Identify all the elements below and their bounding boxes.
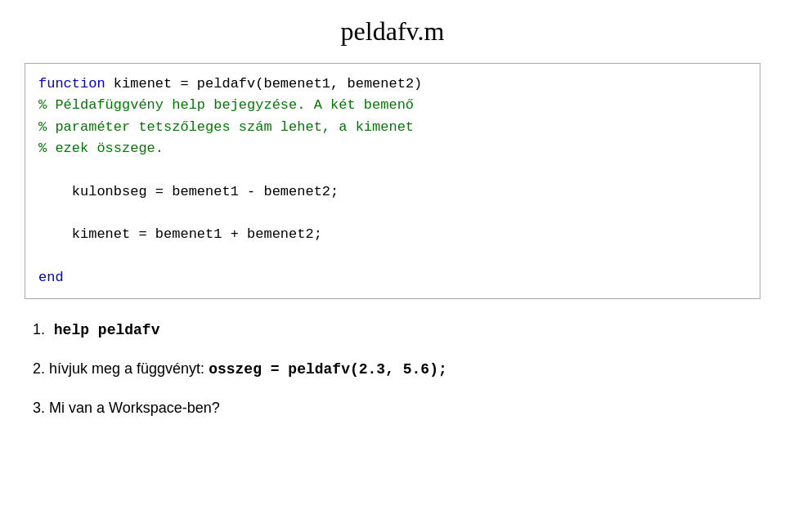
code-line-1-rest: kimenet = peldafv(bemenet1, bemenet2) — [105, 76, 423, 92]
code-line-4: % ezek összege. — [38, 138, 747, 159]
section-3: 3. Mi van a Workspace-ben? — [33, 397, 752, 419]
keyword-function: function — [38, 76, 105, 92]
code-line-6: kulonbseg = bemenet1 - bemenet2; — [38, 181, 747, 203]
section-2-code: osszeg = peldafv(2.3, 5.6); — [209, 361, 447, 378]
section-3-text: Mi van a Workspace-ben? — [45, 400, 220, 416]
section-1-code: help peldafv — [45, 322, 159, 338]
section-3-number: 3. — [33, 400, 45, 416]
code-line-10: end — [38, 267, 747, 288]
code-line-5 — [38, 159, 747, 181]
code-line-8: kimenet = bemenet1 + bemenet2; — [38, 224, 747, 245]
code-line-9 — [38, 246, 747, 267]
section-1: 1. help peldafv — [33, 319, 752, 342]
code-line-7 — [38, 203, 747, 224]
section-2-text: hívjuk meg a függvényt: — [45, 360, 209, 377]
page-title: peldafv.m — [25, 16, 760, 47]
keyword-end: end — [38, 270, 64, 285]
sections-container: 1. help peldafv 2. hívjuk meg a függvény… — [25, 319, 760, 419]
code-line-2: % Példafüggvény help bejegyzése. A két b… — [38, 95, 747, 116]
section-2-number: 2. — [33, 360, 45, 377]
code-line-1: function kimenet = peldafv(bemenet1, bem… — [38, 74, 747, 95]
section-1-number: 1. — [33, 321, 45, 338]
section-2: 2. hívjuk meg a függvényt: osszeg = peld… — [33, 358, 752, 381]
code-block: function kimenet = peldafv(bemenet1, bem… — [25, 63, 760, 299]
code-line-3: % paraméter tetszőleges szám lehet, a ki… — [38, 117, 747, 138]
